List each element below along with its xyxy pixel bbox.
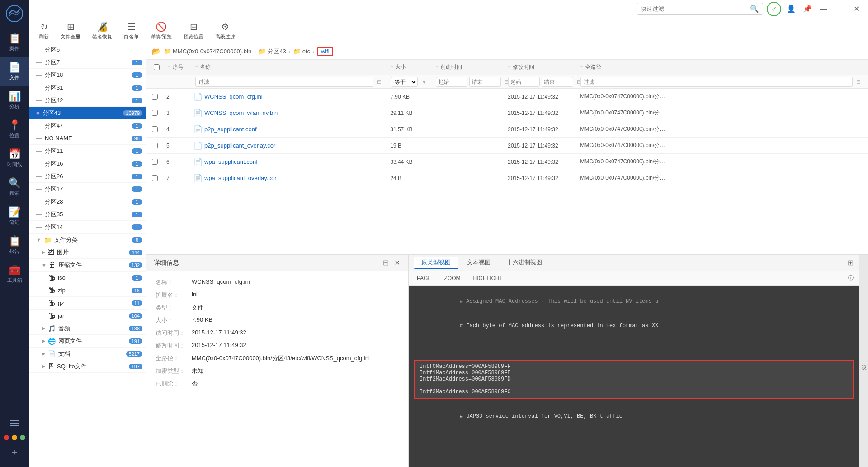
- tab-hex-view[interactable]: 十六进制视图: [500, 257, 549, 269]
- header-size[interactable]: ≡ 大小: [387, 63, 432, 71]
- sidebar-item-search[interactable]: 🔍 搜索: [0, 173, 29, 202]
- tree-item-partition31[interactable]: — 分区31 1: [29, 81, 146, 94]
- sidebar-menu-button[interactable]: [7, 417, 22, 429]
- tree-item-images[interactable]: ▶ 🖼 图片 444: [29, 246, 146, 259]
- tree-item-noname[interactable]: — NO NAME 98: [29, 132, 146, 145]
- header-path[interactable]: ≡ 全路径: [577, 63, 866, 71]
- sidebar-item-report[interactable]: 📋 报告: [0, 231, 29, 260]
- dot-red[interactable]: [4, 435, 9, 440]
- file-name-link[interactable]: p2p_supplicant.conf: [204, 126, 257, 133]
- file-name-link[interactable]: p2p_supplicant_overlay.cor: [204, 142, 275, 149]
- filter-name-input[interactable]: [195, 77, 373, 87]
- row-checkbox-3[interactable]: [152, 110, 158, 116]
- breadcrumb-etc[interactable]: 📁 etc: [293, 48, 310, 55]
- row-checkbox-2[interactable]: [152, 94, 158, 100]
- filter-size-cell[interactable]: 等于 ▼: [387, 77, 432, 87]
- tab-text-view[interactable]: 文本视图: [460, 257, 498, 269]
- header-name[interactable]: ≡ 名称: [192, 63, 387, 71]
- tree-item-partition11[interactable]: — 分区11 1: [29, 145, 146, 157]
- row-checkbox-6[interactable]: [152, 159, 158, 165]
- info-icon[interactable]: ⓘ: [848, 274, 854, 282]
- tree-item-partition42[interactable]: — 分区42 1: [29, 94, 146, 107]
- sidebar-item-timeline[interactable]: 📅 时间线: [0, 144, 29, 173]
- tree-item-zip[interactable]: 🗜 zip 16: [29, 284, 146, 297]
- breadcrumb-wifi[interactable]: wifi: [317, 47, 333, 56]
- filter-modified-cell[interactable]: ⊟: [505, 77, 577, 87]
- toolbar-zoom-button[interactable]: ZOOM: [441, 274, 463, 282]
- tree-item-gz[interactable]: 🗜 gz 11: [29, 297, 146, 310]
- tree-item-partition47[interactable]: — 分区47 1: [29, 119, 146, 132]
- filter-created-end[interactable]: [469, 77, 501, 87]
- filter-path-cell[interactable]: ⊟: [577, 77, 866, 87]
- search-icon[interactable]: 🔍: [750, 5, 759, 13]
- tree-item-sqlite[interactable]: ▶ 🗄 SQLite文件 197: [29, 360, 146, 373]
- row-checkbox-4[interactable]: [152, 126, 158, 132]
- sidebar-item-file[interactable]: 📄 文件: [0, 57, 29, 86]
- right-strip-settings[interactable]: 设: [859, 357, 868, 365]
- tree-item-iso[interactable]: 🗜 iso 1: [29, 272, 146, 284]
- tree-item-partition7[interactable]: — 分区7 1: [29, 56, 146, 69]
- detail-close-button[interactable]: ✕: [393, 257, 401, 268]
- file-name-link[interactable]: wpa_supplicant.conf: [204, 158, 258, 165]
- dot-yellow[interactable]: [12, 435, 17, 440]
- close-button[interactable]: ✕: [850, 3, 863, 15]
- header-modified[interactable]: ≡ 修改时间: [505, 63, 577, 71]
- tree-item-partition26[interactable]: — 分区26 1: [29, 170, 146, 183]
- breadcrumb-root[interactable]: 📁 MMC(0x0-0x0747C00000).bin: [164, 48, 251, 55]
- tree-item-partition14[interactable]: — 分区14 1: [29, 221, 146, 234]
- detail-expand-button[interactable]: ⊟: [382, 257, 390, 268]
- header-seq[interactable]: ≡ 序号: [165, 63, 192, 71]
- filter-path-icon[interactable]: ⊟: [854, 79, 863, 85]
- pin-button[interactable]: 📌: [801, 3, 814, 15]
- sidebar-item-analyze[interactable]: 📊 分析: [0, 86, 29, 115]
- tree-item-webfiles[interactable]: ▶ 🌐 网页文件 191: [29, 335, 146, 348]
- toolbar-detail-preview[interactable]: 🚫 详情/预览: [146, 19, 176, 42]
- tree-item-docs[interactable]: ▶ 📄 文档 5217: [29, 348, 146, 360]
- file-name-link[interactable]: WCNSS_qcom_wlan_nv.bin: [204, 110, 278, 116]
- toolbar-highlight-button[interactable]: HIGHLIGHT: [470, 274, 505, 282]
- tree-item-filecategory[interactable]: ▼ 📁 文件分类 6: [29, 234, 146, 246]
- header-created[interactable]: ≡ 创建时间: [432, 63, 505, 71]
- file-name-link[interactable]: wpa_supplicant_overlay.cor: [204, 175, 276, 181]
- toolbar-page-button[interactable]: PAGE: [414, 274, 434, 282]
- filter-size-select[interactable]: 等于: [391, 77, 418, 87]
- filter-modified-end[interactable]: [542, 77, 573, 87]
- breadcrumb-partition43[interactable]: 📁 分区43: [259, 48, 286, 56]
- tree-item-partition18[interactable]: — 分区18 1: [29, 69, 146, 81]
- toolbar-advanced-filter[interactable]: ⚙ 高级过滤: [211, 19, 240, 42]
- sidebar-item-case[interactable]: 📋 案件: [0, 28, 29, 57]
- search-input[interactable]: [641, 5, 747, 12]
- tree-item-partition28[interactable]: — 分区28 1: [29, 195, 146, 208]
- filter-size-icon[interactable]: ▼: [420, 79, 429, 85]
- status-circle[interactable]: ✓: [767, 2, 781, 16]
- filter-created-cell[interactable]: ⊟: [432, 77, 505, 87]
- select-all-checkbox[interactable]: [154, 64, 160, 70]
- breadcrumb-folder-icon[interactable]: 📂: [152, 47, 161, 56]
- filter-modified-start[interactable]: [508, 77, 540, 87]
- row-checkbox-5[interactable]: [152, 143, 158, 148]
- row-checkbox-7[interactable]: [152, 175, 158, 181]
- toolbar-sign-restore[interactable]: 🔏 签名恢复: [88, 19, 117, 42]
- sidebar-item-note[interactable]: 📝 笔记: [0, 202, 29, 231]
- header-check[interactable]: [148, 64, 165, 70]
- minimize-button[interactable]: —: [817, 3, 830, 15]
- tree-item-partition35[interactable]: — 分区35 1: [29, 208, 146, 221]
- sidebar-item-location[interactable]: 📍 位置: [0, 115, 29, 144]
- tree-item-partition17[interactable]: — 分区17 1: [29, 183, 146, 195]
- search-box[interactable]: 🔍: [637, 3, 763, 15]
- toolbar-preview-pos[interactable]: ⊟ 预览位置: [179, 19, 208, 42]
- tree-item-audio[interactable]: ▶ 🎵 音频 188: [29, 322, 146, 335]
- filter-path-input[interactable]: [580, 77, 853, 87]
- user-button[interactable]: 👤: [785, 3, 797, 15]
- tree-item-partition43[interactable]: ■ 分区43 10979: [29, 107, 146, 119]
- dot-green[interactable]: [20, 435, 25, 440]
- filter-name-cell[interactable]: ⊟: [192, 77, 387, 87]
- filter-name-icon[interactable]: ⊟: [375, 79, 383, 85]
- filter-created-start[interactable]: [436, 77, 467, 87]
- preview-expand-icon[interactable]: ⊞: [848, 258, 854, 267]
- tree-item-archives[interactable]: ▼ 🗜 压缩文件 132: [29, 259, 146, 272]
- tab-raw-view[interactable]: 原类型视图: [414, 257, 458, 269]
- toolbar-refresh[interactable]: ↻ 刷新: [34, 19, 53, 42]
- sidebar-item-toolbox[interactable]: 🧰 工具箱: [0, 260, 29, 289]
- file-name-link[interactable]: WCNSS_qcom_cfg.ini: [204, 93, 263, 100]
